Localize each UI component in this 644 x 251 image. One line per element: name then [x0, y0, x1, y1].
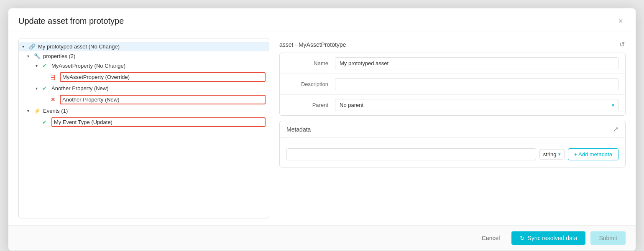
metadata-content: string ▾ + Add metadata: [280, 138, 625, 167]
sync-button[interactable]: ↻ Sync resolved data: [511, 231, 585, 245]
dialog-body: ▾ 🔗 My prototyped asset (No Change) ▾ 🔧 …: [8, 31, 636, 225]
type-select-wrapper[interactable]: string ▾: [539, 149, 565, 160]
update-asset-dialog: Update asset from prototype × ▾ 🔗 My pro…: [8, 8, 636, 251]
reset-button[interactable]: ↺: [618, 40, 626, 49]
events-icon: ⚡: [34, 108, 41, 114]
asset-label: asset - MyAssetPrototype: [279, 41, 346, 48]
tree-node-prop1-child[interactable]: ⇶ MyAssetProperty (Override): [19, 71, 269, 84]
node-label-prop1-child: MyAssetProperty (Override): [60, 72, 266, 82]
tree-node-properties[interactable]: ▾ 🔧 properties (2): [19, 51, 269, 61]
description-input[interactable]: [335, 78, 618, 90]
node-label-events: Events (1): [43, 108, 266, 114]
cancel-button[interactable]: Cancel: [475, 231, 507, 245]
tree-node-prop2-child[interactable]: ✕ Another Property (New): [19, 93, 269, 106]
metadata-add-row: string ▾ + Add metadata: [286, 146, 618, 163]
asset-header: asset - MyAssetPrototype ↺: [279, 38, 626, 53]
tree-node-events[interactable]: ▾ ⚡ Events (1): [19, 106, 269, 116]
metadata-section: Metadata ⤢ string ▾ + Add metadata: [279, 121, 626, 167]
metadata-header: Metadata ⤢: [280, 121, 625, 138]
parent-select-wrapper: No parent ▾: [335, 99, 618, 111]
override-icon: ⇶: [51, 74, 58, 81]
tree-panel: ▾ 🔗 My prototyped asset (No Change) ▾ 🔧 …: [18, 38, 269, 218]
type-value: string: [543, 151, 557, 157]
chevron-events: ▾: [27, 109, 33, 113]
name-input[interactable]: [335, 57, 618, 69]
properties-icon: 🔧: [34, 53, 41, 59]
tree-container[interactable]: ▾ 🔗 My prototyped asset (No Change) ▾ 🔧 …: [19, 38, 269, 218]
chevron-properties: ▾: [27, 54, 33, 58]
submit-button[interactable]: Submit: [590, 231, 626, 245]
check-icon-event1: ✔: [42, 119, 50, 125]
node-label-root: My prototyped asset (No Change): [38, 43, 266, 50]
name-label: Name: [286, 60, 328, 66]
chevron-prop1: ▾: [36, 63, 41, 68]
sync-icon: ↻: [520, 235, 525, 241]
close-button[interactable]: ×: [616, 16, 626, 26]
dialog-footer: Cancel ↻ Sync resolved data Submit: [8, 225, 636, 251]
dialog-header: Update asset from prototype ×: [8, 8, 636, 31]
metadata-divider: [286, 144, 618, 144]
asset-icon: 🔗: [29, 43, 36, 50]
description-label: Description: [286, 81, 328, 87]
parent-select[interactable]: No parent: [335, 99, 618, 111]
node-label-prop2-child: Another Property (New): [60, 95, 266, 104]
form-section: Name Description Parent No parent ▾: [279, 53, 626, 116]
tree-node-root[interactable]: ▾ 🔗 My prototyped asset (No Change): [19, 42, 269, 51]
tree-node-prop1-parent[interactable]: ▾ ✔ MyAssetProperty (No Change): [19, 61, 269, 71]
form-row-name: Name: [280, 53, 625, 74]
expand-button[interactable]: ⤢: [613, 125, 618, 133]
node-label-properties: properties (2): [43, 53, 266, 59]
metadata-key-input[interactable]: [286, 148, 536, 160]
sync-label: Sync resolved data: [527, 235, 577, 241]
dialog-title: Update asset from prototype: [18, 16, 124, 26]
form-row-description: Description: [280, 74, 625, 95]
node-label-prop2: Another Property (New): [51, 85, 266, 91]
node-label-event1: My Event Type (Update): [51, 117, 266, 127]
parent-label: Parent: [286, 102, 328, 108]
metadata-title: Metadata: [286, 126, 311, 133]
add-metadata-button[interactable]: + Add metadata: [568, 148, 618, 160]
tree-node-prop2-parent[interactable]: ▾ ✔ Another Property (New): [19, 84, 269, 93]
tree-node-event1[interactable]: ✔ My Event Type (Update): [19, 116, 269, 129]
right-panel: asset - MyAssetPrototype ↺ Name Descript…: [279, 38, 626, 218]
chevron-root: ▾: [22, 44, 28, 49]
type-chevron-icon: ▾: [558, 152, 561, 157]
form-row-parent: Parent No parent ▾: [280, 95, 625, 115]
check-icon-prop2: ✔: [42, 85, 50, 91]
check-icon-prop1: ✔: [42, 63, 50, 69]
node-label-prop1: MyAssetProperty (No Change): [51, 63, 266, 69]
x-icon: ✕: [51, 96, 58, 103]
chevron-prop2: ▾: [36, 86, 41, 91]
